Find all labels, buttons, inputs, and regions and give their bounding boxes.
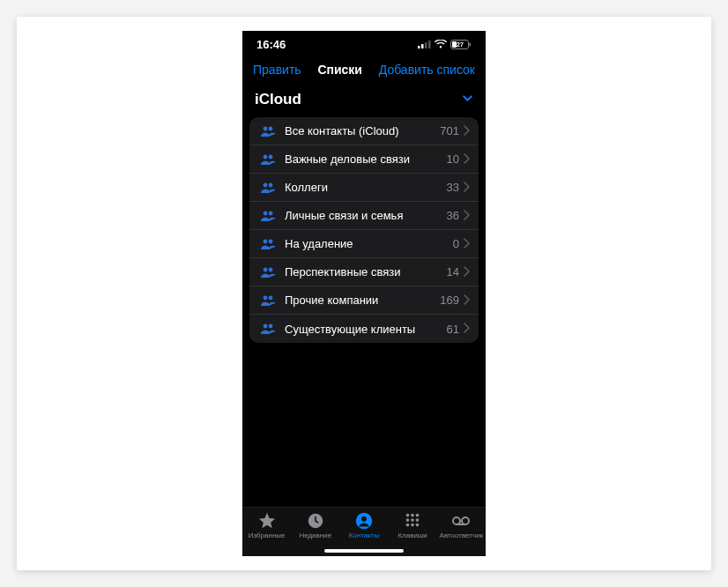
chevron-right-icon bbox=[463, 209, 470, 223]
battery-percent: 27 bbox=[457, 41, 464, 48]
contact-lists: Все контакты (iCloud)701Важные деловые с… bbox=[249, 117, 479, 343]
page-title: Списки bbox=[317, 63, 362, 77]
svg-point-9 bbox=[264, 154, 268, 159]
svg-rect-3 bbox=[428, 41, 431, 48]
list-item[interactable]: Перспективные связи14 bbox=[249, 258, 479, 286]
svg-point-33 bbox=[411, 524, 414, 527]
phone-screen: 16:46 27 Пра bbox=[242, 31, 486, 556]
tab-favorites[interactable]: Избранные bbox=[242, 511, 291, 539]
status-right: 27 bbox=[418, 40, 472, 49]
svg-point-35 bbox=[453, 517, 460, 524]
group-icon bbox=[258, 182, 278, 194]
list-item-label: На удаление bbox=[285, 237, 453, 250]
keypad-icon bbox=[403, 511, 422, 531]
clock-icon bbox=[306, 511, 325, 531]
list-item[interactable]: Коллеги33 bbox=[249, 174, 479, 202]
list-item[interactable]: Личные связи и семья36 bbox=[249, 202, 479, 230]
home-indicator[interactable] bbox=[324, 549, 404, 553]
list-item-count: 10 bbox=[447, 152, 459, 166]
edit-button[interactable]: Править bbox=[253, 63, 301, 77]
svg-point-26 bbox=[406, 514, 410, 517]
svg-point-17 bbox=[264, 267, 268, 271]
svg-point-18 bbox=[269, 267, 273, 271]
list-item[interactable]: Важные деловые связи10 bbox=[249, 145, 479, 174]
list-item-label: Существующие клиенты bbox=[285, 323, 447, 336]
wifi-icon bbox=[435, 40, 447, 48]
svg-point-15 bbox=[264, 239, 268, 243]
list-item-label: Важные деловые связи bbox=[285, 152, 447, 166]
group-icon bbox=[258, 210, 278, 222]
svg-rect-2 bbox=[425, 42, 427, 48]
cellular-icon bbox=[418, 40, 431, 48]
chevron-right-icon bbox=[463, 181, 470, 195]
list-item-label: Личные связи и семья bbox=[285, 209, 447, 222]
contact-icon bbox=[354, 511, 374, 531]
svg-point-22 bbox=[269, 324, 273, 329]
tab-recents[interactable]: Недавние bbox=[291, 511, 339, 539]
voicemail-icon bbox=[450, 511, 472, 531]
list-item[interactable]: Существующие клиенты61 bbox=[249, 315, 479, 343]
status-time: 16:46 bbox=[256, 38, 286, 51]
list-item-label: Коллеги bbox=[285, 181, 447, 194]
screenshot-card: 16:46 27 Пра bbox=[17, 17, 711, 570]
tab-label: Контакты bbox=[349, 531, 380, 539]
svg-point-32 bbox=[406, 524, 410, 527]
list-item-label: Прочие компании bbox=[285, 294, 440, 307]
tab-label: Недавние bbox=[299, 531, 331, 539]
svg-point-36 bbox=[462, 517, 469, 524]
svg-point-10 bbox=[269, 154, 273, 159]
section-header-icloud[interactable]: iCloud bbox=[242, 84, 486, 114]
svg-point-34 bbox=[416, 524, 420, 527]
list-item-count: 701 bbox=[440, 124, 459, 137]
list-item-label: Все контакты (iCloud) bbox=[285, 124, 440, 137]
svg-point-16 bbox=[269, 239, 273, 243]
chevron-right-icon bbox=[463, 152, 470, 167]
chevron-right-icon bbox=[463, 294, 470, 308]
svg-point-30 bbox=[411, 518, 414, 522]
list-item[interactable]: На удаление0 bbox=[249, 230, 479, 258]
tab-label: Автоответчик bbox=[440, 531, 484, 539]
star-icon bbox=[257, 511, 277, 531]
list-item-count: 61 bbox=[447, 323, 459, 336]
chevron-down-icon bbox=[462, 91, 473, 108]
group-icon bbox=[258, 238, 278, 250]
list-item-count: 0 bbox=[453, 237, 459, 250]
chevron-right-icon bbox=[463, 322, 470, 336]
tab-voicemail[interactable]: Автоответчик bbox=[437, 511, 486, 539]
chevron-right-icon bbox=[463, 124, 470, 138]
group-icon bbox=[258, 125, 278, 137]
list-item[interactable]: Прочие компании169 bbox=[249, 286, 479, 315]
svg-point-8 bbox=[269, 126, 273, 130]
svg-point-20 bbox=[269, 295, 273, 300]
group-icon bbox=[258, 323, 278, 335]
chevron-right-icon bbox=[463, 237, 470, 251]
add-list-button[interactable]: Добавить список bbox=[379, 63, 475, 77]
svg-point-12 bbox=[269, 182, 273, 187]
list-item-label: Перспективные связи bbox=[285, 265, 447, 279]
svg-point-7 bbox=[264, 126, 268, 130]
svg-point-27 bbox=[411, 514, 414, 517]
group-icon bbox=[258, 153, 278, 166]
nav-bar: Править Списки Добавить список bbox=[242, 57, 486, 84]
tab-label: Избранные bbox=[249, 531, 286, 539]
tab-label: Клавиши bbox=[397, 531, 427, 539]
list-item-count: 169 bbox=[440, 294, 459, 307]
tab-keypad[interactable]: Клавиши bbox=[389, 511, 437, 539]
list-item[interactable]: Все контакты (iCloud)701 bbox=[249, 117, 479, 145]
svg-rect-0 bbox=[418, 46, 420, 48]
svg-point-14 bbox=[269, 211, 273, 215]
list-item-count: 36 bbox=[447, 209, 459, 222]
svg-point-19 bbox=[264, 295, 268, 300]
svg-point-31 bbox=[416, 518, 420, 522]
group-icon bbox=[258, 294, 278, 307]
list-item-count: 33 bbox=[447, 181, 459, 194]
svg-point-28 bbox=[416, 514, 420, 517]
group-icon bbox=[258, 266, 278, 279]
battery-icon: 27 bbox=[450, 40, 472, 49]
tab-contacts[interactable]: Контакты bbox=[339, 511, 388, 539]
list-item-count: 14 bbox=[447, 265, 459, 279]
svg-point-25 bbox=[361, 516, 367, 522]
svg-point-29 bbox=[406, 518, 410, 522]
svg-point-13 bbox=[264, 211, 268, 215]
section-title: iCloud bbox=[255, 91, 301, 108]
